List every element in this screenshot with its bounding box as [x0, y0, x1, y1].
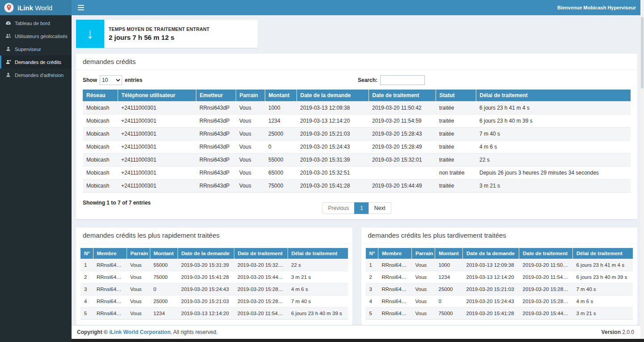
column-header[interactable]: Date de traitement — [369, 90, 436, 102]
sidebar-item-credit-requests[interactable]: Demandes de crédits — [0, 56, 72, 68]
sidebar-item-supervisor[interactable]: Superviseur — [0, 43, 72, 56]
table-cell: 2019-03-20 15:32:01 — [234, 259, 288, 271]
table-cell: +24111000301 — [118, 102, 196, 115]
hamburger-icon — [78, 5, 84, 10]
column-header[interactable]: Date de la demande — [297, 90, 369, 102]
sidebar-item-geolocated-users[interactable]: Utilisateurs géolocalisés — [0, 30, 72, 43]
search-label: Search: — [358, 77, 377, 83]
table-cell: 2019-03-20 15:24:43 — [297, 141, 369, 154]
scrollbar-thumb[interactable] — [641, 17, 644, 89]
table-cell: 0 — [265, 141, 297, 154]
brand-link[interactable]: iLink World — [0, 0, 72, 15]
table-cell: 55000 — [265, 154, 297, 167]
summary-panels-row: demandes crédits les plus rapidement tra… — [76, 227, 637, 325]
table-cell: 2019-03-20 15:41:28 — [178, 271, 234, 283]
sidebar-item-dashboard[interactable]: Tableau de bord — [0, 17, 72, 30]
table-cell: 4 m 6 s — [573, 295, 633, 308]
credit-requests-panel: demandes crédits Show 10 entries Search: — [76, 54, 637, 219]
app-logo-icon — [4, 3, 14, 13]
credit-requests-panel-title: demandes crédits — [76, 54, 637, 70]
table-cell: 2019-03-13 12:14:20 — [463, 271, 519, 283]
table-cell: Mobicash — [83, 141, 118, 154]
sidebar-menu: Tableau de bord Utilisateurs géolocalisé… — [0, 17, 72, 81]
sidebar-item-label: Utilisateurs géolocalisés — [15, 34, 68, 39]
bottom-scrollbar-strip — [72, 339, 644, 342]
pagination-previous-button[interactable]: Previous — [322, 202, 355, 214]
column-header[interactable]: Emetteur — [196, 90, 236, 102]
sidebar-toggle-button[interactable] — [72, 0, 90, 15]
table-cell: traitée — [436, 102, 476, 115]
table-cell: 2019-03-20 11:54:59 — [369, 115, 436, 128]
table-cell: 22 s — [476, 154, 631, 167]
table-cell: 1234 — [265, 115, 297, 128]
table-cell: 2019-03-20 11:50:42 — [519, 259, 573, 271]
table-cell: 1234 — [150, 308, 178, 320]
table-cell: Vous — [236, 180, 265, 192]
table-cell: 2019-03-20 15:32:51 — [297, 167, 369, 180]
column-header[interactable]: Statut — [436, 90, 476, 102]
table-cell: traitée — [436, 154, 476, 167]
table-cell: 22 s — [288, 259, 348, 271]
table-row: 1RRnsi643dPVous550002019-03-20 15:31:392… — [80, 259, 348, 271]
sidebar-item-membership-requests[interactable]: Demandes d'adhésion — [0, 68, 72, 81]
table-cell: RRnsi643dP — [196, 180, 236, 192]
column-header: Membre — [378, 248, 412, 259]
table-cell: 2019-03-20 15:28:49 — [519, 295, 573, 308]
table-info: Showing 1 to 7 of 7 entries — [83, 200, 151, 206]
table-cell: 7 m 40 s — [476, 128, 631, 141]
column-header[interactable]: Délai de traitement — [476, 90, 631, 102]
table-cell: RRnsi643dP — [196, 102, 236, 115]
vertical-scrollbar[interactable] — [640, 0, 644, 339]
table-cell: 2 — [366, 271, 378, 283]
entries-select[interactable]: 10 — [100, 75, 122, 85]
table-header-row: RéseauTéléphone utilisateurEmetteurParra… — [83, 90, 631, 102]
table-cell: Vous — [127, 295, 150, 308]
table-cell: 2019-03-20 15:44:49 — [234, 271, 288, 283]
table-cell: Mobicash — [83, 180, 118, 192]
table-cell: RRnsi643dP — [196, 154, 236, 167]
column-header[interactable]: Parrain — [236, 90, 265, 102]
column-header: Date de la demande — [178, 248, 234, 259]
table-cell: RRnsi643dP — [93, 283, 127, 295]
column-header[interactable]: Téléphone utilisateur — [118, 90, 196, 102]
table-cell: 3 m 21 s — [288, 271, 348, 283]
table-cell: 1234 — [435, 271, 463, 283]
table-cell: 2019-03-20 15:44:49 — [519, 308, 573, 320]
column-header[interactable]: Montant — [265, 90, 297, 102]
entries-length-control: Show 10 entries — [83, 75, 142, 85]
dashboard-icon — [5, 20, 11, 26]
table-cell: +24111000301 — [118, 167, 196, 180]
search-input[interactable] — [380, 75, 425, 85]
table-cell: Vous — [412, 308, 435, 320]
table-row: Mobicash+24111000301RRnsi643dPVous100020… — [83, 102, 631, 115]
credit-requests-table: RéseauTéléphone utilisateurEmetteurParra… — [83, 90, 631, 192]
table-cell: 2019-03-13 12:14:20 — [178, 308, 234, 320]
table-cell: RRnsi643dP — [378, 271, 412, 283]
show-label: Show — [83, 77, 97, 83]
footer-company-link[interactable]: iLink World Corporation — [109, 329, 170, 335]
pagination-next-button[interactable]: Next — [369, 202, 391, 214]
table-cell: 2019-03-20 15:21:03 — [463, 283, 519, 295]
table-cell: 4 m 6 s — [476, 141, 631, 154]
pagination-page-1-button[interactable]: 1 — [354, 202, 369, 214]
table-cell: Vous — [412, 259, 435, 271]
table-cell: Vous — [412, 271, 435, 283]
table-cell: 25000 — [150, 295, 178, 308]
table-row: Mobicash+24111000301RRnsi643dPVous250002… — [83, 128, 631, 141]
table-cell: 2019-03-20 15:41:28 — [297, 180, 369, 192]
table-cell: Vous — [236, 102, 265, 115]
table-cell: 2 — [80, 271, 93, 283]
column-header: Délai de traitement — [288, 248, 348, 259]
column-header[interactable]: Réseau — [83, 90, 118, 102]
slowest-processed-panel-title: demandes crédits les plus tardivement tr… — [361, 227, 638, 244]
table-cell: 25000 — [435, 283, 463, 295]
table-cell: 25000 — [265, 128, 297, 141]
table-cell: RRnsi643dP — [378, 308, 412, 320]
table-cell: 2019-03-20 15:21:03 — [178, 295, 234, 308]
table-row: 1RRnsi643dPVous10002019-03-13 12:09:3820… — [366, 259, 633, 271]
table-row: 2RRnsi643dPVous750002019-03-20 15:41:282… — [80, 271, 348, 283]
table-cell: 6 jours 23 h 40 m 39 s — [476, 115, 631, 128]
table-cell — [369, 167, 436, 180]
table-cell: RRnsi643dP — [93, 295, 127, 308]
table-footer: Showing 1 to 7 of 7 entries Previous 1 N… — [83, 199, 631, 214]
